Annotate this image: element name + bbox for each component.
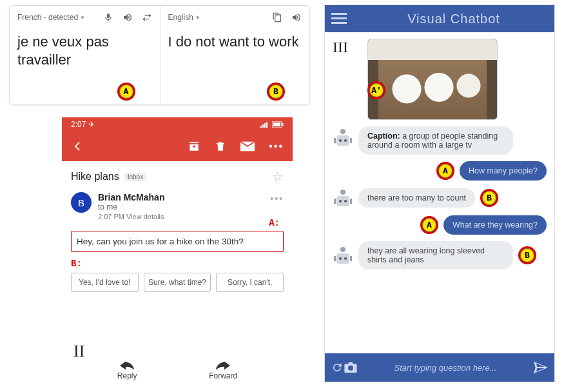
- bot-a1-bubble: there are too many to count: [358, 188, 475, 208]
- forward-button[interactable]: Forward: [209, 361, 237, 380]
- svg-rect-3: [266, 122, 267, 128]
- annotation-badge-a: A: [420, 216, 438, 234]
- smart-reply-1[interactable]: Yes, I'd love to!: [71, 273, 139, 292]
- sender-time[interactable]: 2:07 PM View details: [98, 213, 264, 220]
- bot-caption-row: Caption: a group of people standing arou…: [333, 126, 547, 155]
- smart-reply-row: Yes, I'd love to! Sure, what time? Sorry…: [71, 273, 284, 292]
- email-footer: Reply Forward: [62, 361, 293, 380]
- svg-point-19: [344, 200, 347, 202]
- sender-info: Brian McMahan to me 2:07 PM View details: [98, 192, 264, 220]
- chevron-down-icon: ▼: [80, 15, 85, 21]
- svg-rect-17: [336, 196, 349, 206]
- smart-reply-3[interactable]: Sorry, I can't.: [216, 273, 284, 292]
- source-text[interactable]: je ne veux pas travailler: [17, 33, 152, 68]
- robot-icon: [333, 126, 353, 148]
- svg-point-22: [340, 247, 345, 252]
- subject-row: Hike plans Inbox ☆: [71, 169, 284, 184]
- refresh-camera-button[interactable]: [331, 362, 357, 373]
- annotation-badge-b: B: [480, 189, 498, 207]
- annotation-label-b: B:: [71, 259, 284, 269]
- uploaded-image[interactable]: [367, 39, 498, 120]
- email-panel: 2:07 ✈ ••• Hike plans Inbox ☆ B Bria: [62, 117, 293, 386]
- target-language-label: English: [168, 13, 193, 22]
- avatar[interactable]: B: [71, 192, 92, 213]
- trash-icon[interactable]: [215, 140, 226, 153]
- archive-icon[interactable]: [188, 140, 200, 153]
- battery-icon: [272, 121, 284, 128]
- bot-a1-row: there are too many to count B: [333, 187, 547, 209]
- svg-rect-23: [336, 253, 349, 264]
- svg-rect-7: [331, 13, 347, 15]
- svg-rect-2: [264, 123, 266, 128]
- sender-to[interactable]: to me: [98, 202, 264, 211]
- sender-name: Brian McMahan: [98, 192, 264, 202]
- forward-label: Forward: [209, 371, 237, 380]
- panel-roman-iii: III: [333, 39, 348, 56]
- more-icon[interactable]: •••: [269, 141, 284, 152]
- send-icon[interactable]: [534, 361, 548, 374]
- message-more-icon[interactable]: •••: [270, 193, 284, 204]
- svg-rect-5: [273, 122, 280, 126]
- svg-point-10: [340, 129, 345, 134]
- annotation-badge-b: B: [518, 246, 536, 264]
- robot-icon: [333, 187, 353, 209]
- status-bar: 2:07 ✈: [62, 117, 293, 132]
- star-icon[interactable]: ☆: [272, 169, 284, 184]
- menu-icon[interactable]: [331, 13, 347, 24]
- back-icon[interactable]: [71, 140, 84, 153]
- target-icon-row: [272, 12, 302, 23]
- speaker-icon[interactable]: [291, 12, 302, 23]
- sender-row: B Brian McMahan to me 2:07 PM View detai…: [71, 192, 284, 220]
- translate-target-header: English ▼: [168, 10, 302, 25]
- translate-target-column: English ▼ I do not want to work B: [160, 6, 310, 104]
- svg-point-25: [344, 257, 347, 260]
- user-q2-bubble: What are they wearing?: [443, 215, 547, 235]
- svg-rect-21: [350, 199, 352, 204]
- svg-rect-11: [336, 135, 349, 146]
- inbox-tag[interactable]: Inbox: [124, 173, 146, 181]
- target-language-picker[interactable]: English ▼: [168, 13, 200, 22]
- smart-reply-2[interactable]: Sure, what time?: [144, 273, 211, 292]
- caption-bubble: Caption: a group of people standing arou…: [358, 126, 513, 155]
- swap-icon[interactable]: [142, 12, 152, 23]
- status-time: 2:07 ✈: [71, 120, 95, 129]
- svg-rect-9: [331, 22, 347, 24]
- svg-rect-8: [331, 17, 347, 19]
- annotation-badge-a: A: [117, 83, 135, 101]
- caption-label: Caption:: [367, 132, 400, 141]
- chat-input[interactable]: Start typing question here...: [364, 363, 527, 373]
- reply-icon: [120, 361, 134, 370]
- camera-icon: [344, 362, 357, 373]
- signal-icon: [260, 121, 269, 128]
- svg-rect-1: [262, 124, 264, 128]
- email-subject: Hike plans: [71, 171, 119, 182]
- svg-rect-14: [334, 138, 336, 143]
- mic-icon[interactable]: [103, 12, 113, 23]
- source-icon-row: [103, 12, 152, 23]
- forward-icon: [216, 361, 230, 370]
- svg-point-13: [344, 139, 347, 142]
- svg-rect-6: [282, 123, 284, 126]
- svg-rect-0: [260, 126, 262, 128]
- reply-button[interactable]: Reply: [117, 361, 137, 380]
- panel-roman-ii: II: [73, 342, 84, 361]
- svg-point-16: [340, 190, 345, 195]
- user-q1-row: A How many people?: [333, 161, 547, 181]
- chatbot-header: Visual Chatbot: [325, 5, 554, 32]
- chat-input-bar: Start typing question here...: [325, 353, 554, 382]
- user-q1-bubble: How many people?: [460, 161, 547, 181]
- copy-icon[interactable]: [272, 12, 282, 23]
- chat-body: III A' Caption: a group of people standi…: [325, 32, 554, 353]
- image-placeholder: [368, 39, 497, 119]
- mail-icon[interactable]: [240, 141, 255, 152]
- target-text: I do not want to work: [168, 33, 302, 51]
- annotation-badge-a: A: [436, 162, 454, 180]
- chatbot-panel: Visual Chatbot III A' Caption: a group o…: [325, 5, 554, 382]
- bot-a2-bubble: they are all wearing long sleeved shirts…: [358, 241, 513, 270]
- svg-rect-27: [350, 256, 352, 261]
- translate-source-header: French - detected ▼: [17, 10, 152, 25]
- chatbot-title: Visual Chatbot: [360, 12, 548, 26]
- svg-rect-15: [350, 138, 352, 143]
- speaker-icon[interactable]: [122, 12, 133, 23]
- source-language-picker[interactable]: French - detected ▼: [17, 13, 85, 22]
